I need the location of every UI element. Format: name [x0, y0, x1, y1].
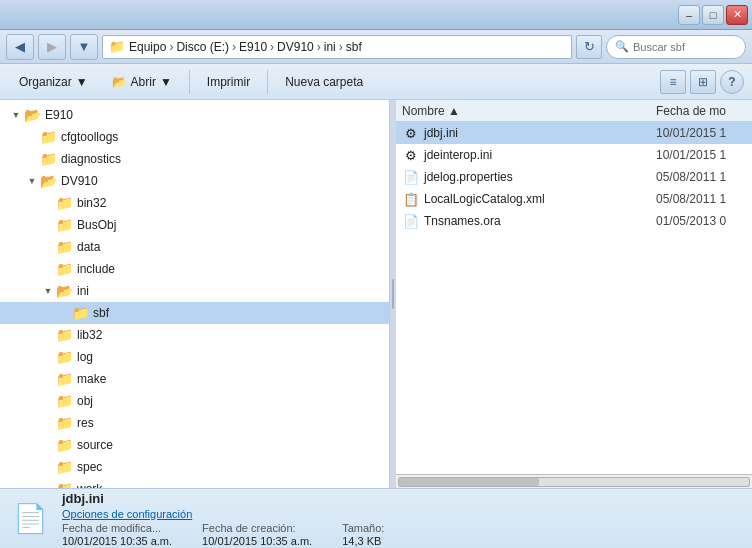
tree-item-diagnostics[interactable]: 📁diagnostics: [0, 148, 389, 170]
horizontal-scrollbar[interactable]: [396, 474, 752, 488]
column-header-date[interactable]: Fecha de mo: [656, 104, 746, 118]
view-button-2[interactable]: ⊞: [690, 70, 716, 94]
close-button[interactable]: ✕: [726, 5, 748, 25]
tree-label-ini: ini: [77, 284, 89, 298]
forward-button[interactable]: ▶: [38, 34, 66, 60]
folder-icon-obj: 📁: [56, 393, 73, 409]
file-name-locallogiccatalog_xml: LocalLogicCatalog.xml: [424, 192, 656, 206]
tree-label-res: res: [77, 416, 94, 430]
expand-icon-cfgtoollogs: [24, 129, 40, 145]
tree-item-sbf[interactable]: 📁sbf: [0, 302, 389, 324]
search-box[interactable]: 🔍: [606, 35, 746, 59]
tree-item-make[interactable]: 📁make: [0, 368, 389, 390]
expand-icon-source: [40, 437, 56, 453]
title-bar-buttons: – □ ✕: [678, 5, 748, 25]
help-button[interactable]: ?: [720, 70, 744, 94]
dropdown-button[interactable]: ▼: [70, 34, 98, 60]
tree-label-cfgtoollogs: cfgtoollogs: [61, 130, 118, 144]
address-bar: ◀ ▶ ▼ 📁 Equipo › Disco (E:) › E910 › DV9…: [0, 30, 752, 64]
column-header-name[interactable]: Nombre ▲: [402, 104, 656, 118]
expand-icon-lib32: [40, 327, 56, 343]
file-date-jdbj_ini: 10/01/2015 1: [656, 126, 746, 140]
file-item-jdelog_properties[interactable]: 📄jdelog.properties05/08/2011 1: [396, 166, 752, 188]
tree-label-dv910: DV910: [61, 174, 98, 188]
expand-icon-res: [40, 415, 56, 431]
tree-item-obj[interactable]: 📁obj: [0, 390, 389, 412]
tree-item-res[interactable]: 📁res: [0, 412, 389, 434]
minimize-button[interactable]: –: [678, 5, 700, 25]
folder-tree-panel: ▼📂E910📁cfgtoollogs📁diagnostics▼📂DV910📁bi…: [0, 100, 390, 488]
expand-icon-log: [40, 349, 56, 365]
status-options-link[interactable]: Opciones de configuración: [62, 508, 384, 520]
folder-icon-cfgtoollogs: 📁: [40, 129, 57, 145]
address-path[interactable]: 📁 Equipo › Disco (E:) › E910 › DV910 › i…: [102, 35, 572, 59]
newfolder-label: Nueva carpeta: [285, 75, 363, 89]
organize-button[interactable]: Organizar ▼: [8, 68, 99, 96]
col-name-label: Nombre: [402, 104, 445, 118]
file-item-tnsnames_ora[interactable]: 📄Tnsnames.ora01/05/2013 0: [396, 210, 752, 232]
view-button[interactable]: ≡: [660, 70, 686, 94]
path-ini: ini: [324, 40, 336, 54]
folder-icon-data: 📁: [56, 239, 73, 255]
folder-icon-dv910: 📂: [40, 173, 57, 189]
tree-item-bin32[interactable]: 📁bin32: [0, 192, 389, 214]
back-button[interactable]: ◀: [6, 34, 34, 60]
refresh-button[interactable]: ↻: [576, 35, 602, 59]
folder-icon-busobj: 📁: [56, 217, 73, 233]
search-input[interactable]: [633, 41, 737, 53]
tree-label-busobj: BusObj: [77, 218, 116, 232]
tree-label-work: work: [77, 482, 102, 488]
path-disco: Disco (E:): [176, 40, 229, 54]
folder-icon-sbf: 📁: [72, 305, 89, 321]
open-button[interactable]: 📂 Abrir ▼: [101, 68, 183, 96]
main-area: ▼📂E910📁cfgtoollogs📁diagnostics▼📂DV910📁bi…: [0, 100, 752, 488]
expand-icon-e910: ▼: [8, 107, 24, 123]
maximize-button[interactable]: □: [702, 5, 724, 25]
path-dv910: DV910: [277, 40, 314, 54]
status-fecha-cre: Fecha de creación: 10/01/2015 10:35 a.m.: [202, 522, 312, 547]
tree-item-lib32[interactable]: 📁lib32: [0, 324, 389, 346]
tree-item-spec[interactable]: 📁spec: [0, 456, 389, 478]
status-file-icon: 📄: [10, 499, 50, 539]
tree-item-dv910[interactable]: ▼📂DV910: [0, 170, 389, 192]
title-bar: – □ ✕: [0, 0, 752, 30]
print-label: Imprimir: [207, 75, 250, 89]
file-icon-locallogiccatalog_xml: 📋: [402, 190, 420, 208]
folder-icon-work: 📁: [56, 481, 73, 488]
file-item-jdeinterop_ini[interactable]: ⚙jdeinterop.ini10/01/2015 1: [396, 144, 752, 166]
toolbar: Organizar ▼ 📂 Abrir ▼ Imprimir Nueva car…: [0, 64, 752, 100]
tree-item-e910[interactable]: ▼📂E910: [0, 104, 389, 126]
tree-item-data[interactable]: 📁data: [0, 236, 389, 258]
newfolder-button[interactable]: Nueva carpeta: [274, 68, 374, 96]
status-tamano: Tamaño: 14,3 KB: [342, 522, 384, 547]
file-date-locallogiccatalog_xml: 05/08/2011 1: [656, 192, 746, 206]
file-name-tnsnames_ora: Tnsnames.ora: [424, 214, 656, 228]
status-fecha-mod: Fecha de modifica... 10/01/2015 10:35 a.…: [62, 522, 172, 547]
tree-item-work[interactable]: 📁work: [0, 478, 389, 488]
tree-item-ini[interactable]: ▼📂ini: [0, 280, 389, 302]
tree-item-busobj[interactable]: 📁BusObj: [0, 214, 389, 236]
file-item-locallogiccatalog_xml[interactable]: 📋LocalLogicCatalog.xml05/08/2011 1: [396, 188, 752, 210]
expand-icon-ini: ▼: [40, 283, 56, 299]
expand-icon-diagnostics: [24, 151, 40, 167]
open-dropdown-icon: ▼: [160, 75, 172, 89]
file-list-header: Nombre ▲ Fecha de mo: [396, 100, 752, 122]
sort-icon: ▲: [448, 104, 460, 118]
tree-label-e910: E910: [45, 108, 73, 122]
print-button[interactable]: Imprimir: [196, 68, 261, 96]
tree-label-lib32: lib32: [77, 328, 102, 342]
tree-item-include[interactable]: 📁include: [0, 258, 389, 280]
status-bar: 📄 jdbj.ini Opciones de configuración Fec…: [0, 488, 752, 548]
tamano-label: Tamaño:: [342, 522, 384, 534]
fecha-mod-value: 10/01/2015 10:35 a.m.: [62, 535, 172, 547]
tree-item-log[interactable]: 📁log: [0, 346, 389, 368]
tree-item-source[interactable]: 📁source: [0, 434, 389, 456]
tree-label-spec: spec: [77, 460, 102, 474]
tree-item-cfgtoollogs[interactable]: 📁cfgtoollogs: [0, 126, 389, 148]
folder-icon-include: 📁: [56, 261, 73, 277]
folder-icon: 📁: [109, 39, 125, 54]
expand-icon-work: [40, 481, 56, 488]
file-name-jdeinterop_ini: jdeinterop.ini: [424, 148, 656, 162]
folder-icon-make: 📁: [56, 371, 73, 387]
file-item-jdbj_ini[interactable]: ⚙jdbj.ini10/01/2015 1: [396, 122, 752, 144]
